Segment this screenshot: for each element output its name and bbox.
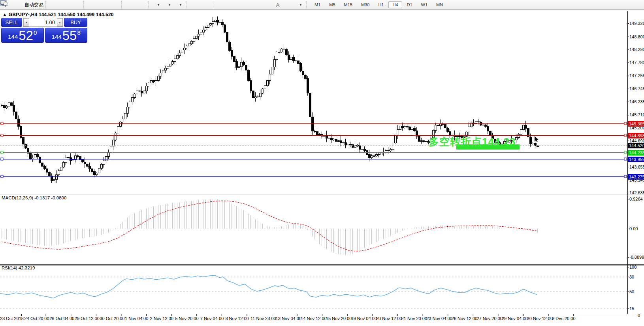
candle-body — [129, 102, 131, 107]
zoom-out-icon[interactable] — [98, 1, 109, 9]
chart-canvas[interactable] — [0, 0, 644, 326]
chat-icon[interactable] — [631, 1, 642, 9]
timeframe-H1[interactable]: H1 — [374, 1, 388, 8]
candle-body — [302, 71, 304, 75]
tile-windows-icon[interactable] — [109, 1, 121, 9]
rsi-axis-label: 100 — [629, 265, 636, 269]
candle-body — [169, 64, 171, 66]
candle-body — [226, 32, 228, 42]
one-click-trading-panel: SELL ▼ ▲ BUY 144520 144558 — [1, 18, 87, 43]
arrows-button[interactable]: ▾ — [294, 1, 305, 9]
price-level-badge: 143.959 — [628, 157, 644, 162]
candle-body — [522, 125, 524, 130]
timeframe-M5[interactable]: M5 — [325, 1, 339, 8]
candle-body — [124, 114, 126, 119]
candle-body — [198, 34, 200, 36]
candle-body — [58, 171, 60, 175]
chart-bars-icon[interactable] — [49, 1, 60, 9]
timeframe-W1[interactable]: W1 — [417, 1, 432, 8]
auto-scroll-icon[interactable] — [125, 1, 136, 9]
timeframe-D1[interactable]: D1 — [403, 1, 416, 8]
date-axis-label: 5 Nov 20:00 — [175, 316, 198, 321]
candle-body — [6, 106, 8, 108]
date-axis-label: 27 Nov 20:00 — [476, 316, 502, 321]
candle-body — [238, 66, 240, 67]
volume-decrease-button[interactable]: ▼ — [23, 18, 29, 27]
equidistant-channel-icon[interactable]: E — [250, 1, 261, 9]
text-label-icon[interactable]: T — [283, 1, 294, 9]
candle-body — [288, 55, 290, 59]
sell-button[interactable]: SELL — [1, 18, 22, 27]
indicators-button[interactable]: ▾ — [152, 1, 163, 9]
candle-body — [487, 127, 489, 131]
line-handle — [624, 122, 627, 125]
fibonacci-icon[interactable]: F — [261, 1, 272, 9]
timeframe-M15[interactable]: M15 — [340, 1, 356, 8]
horizontal-line-icon[interactable] — [228, 1, 239, 9]
candle-body — [394, 135, 396, 143]
volume-increase-button[interactable]: ▲ — [57, 18, 63, 27]
vertical-line-icon[interactable] — [217, 1, 228, 9]
date-axis-label: 8 Nov 12:00 — [225, 316, 249, 321]
candle-body — [207, 25, 209, 27]
symbol-ohlc-header: ▲ GBPJPY-,H4 144.521 144.550 144.499 144… — [2, 12, 114, 17]
candle-body — [250, 81, 252, 91]
candle-body — [3, 105, 5, 108]
candle-body — [157, 76, 159, 80]
buy-price-sup: 8 — [77, 29, 80, 36]
autotrading-button[interactable]: 自动交易 — [22, 1, 45, 9]
zoom-in-icon[interactable] — [87, 1, 98, 9]
collapse-triangle-icon[interactable]: ▲ — [2, 12, 7, 17]
chart-candles-icon[interactable] — [60, 1, 72, 9]
candle-body — [1, 105, 3, 106]
rsi-axis-label: 15 — [629, 306, 634, 311]
candle-body — [84, 162, 86, 164]
buy-button[interactable]: BUY — [64, 18, 87, 27]
cursor-icon[interactable] — [190, 1, 201, 9]
search-icon[interactable] — [620, 1, 631, 9]
sell-price-button[interactable]: 144520 — [1, 28, 44, 43]
candle-body — [153, 81, 154, 82]
price-axis-label: 145.710 — [629, 112, 644, 117]
timeframe-M30[interactable]: M30 — [357, 1, 373, 8]
candle-body — [164, 68, 166, 70]
candle-body — [387, 151, 389, 151]
expert-advisors-icon[interactable] — [11, 1, 22, 9]
candle-body — [77, 155, 79, 156]
timeframe-H4[interactable]: H4 — [388, 1, 402, 8]
toolbar-separator — [186, 1, 189, 8]
candle-body — [183, 48, 185, 50]
candle-body — [103, 161, 105, 165]
toolbar-separator — [148, 1, 151, 8]
candle-body — [160, 73, 162, 76]
candle-body — [285, 49, 287, 55]
candle-body — [214, 20, 216, 21]
date-axis-label: 29 Oct 12:00 — [75, 316, 100, 321]
candle-body — [41, 163, 43, 166]
crosshair-icon[interactable] — [201, 1, 212, 9]
date-axis-label: 15 Nov 20:00 — [326, 316, 352, 321]
candle-body — [262, 89, 264, 93]
candle-body — [525, 125, 527, 128]
candle-body — [404, 127, 406, 128]
candle-body — [532, 143, 534, 144]
periods-button[interactable]: ▾ — [163, 1, 174, 9]
candle-body — [470, 123, 472, 127]
candle-body — [399, 126, 401, 130]
price-axis-label: 147.780 — [629, 60, 644, 65]
candle-body — [32, 158, 34, 159]
timeframe-M1[interactable]: M1 — [311, 1, 324, 8]
trendline-icon[interactable] — [239, 1, 250, 9]
buy-price-button[interactable]: 144558 — [45, 28, 88, 43]
candle-body — [442, 124, 444, 124]
date-axis-label: 20 Nov 12:00 — [376, 316, 402, 321]
candle-body — [409, 127, 411, 129]
templates-button[interactable]: ▾ — [174, 1, 185, 9]
chart-line-icon[interactable] — [72, 1, 83, 9]
candle-body — [39, 157, 41, 163]
text-icon[interactable]: A — [272, 1, 283, 9]
toolbar-separator — [83, 1, 87, 8]
timeframe-MN[interactable]: MN — [432, 1, 447, 8]
chart-shift-icon[interactable] — [136, 1, 147, 9]
volume-input[interactable] — [29, 18, 57, 27]
